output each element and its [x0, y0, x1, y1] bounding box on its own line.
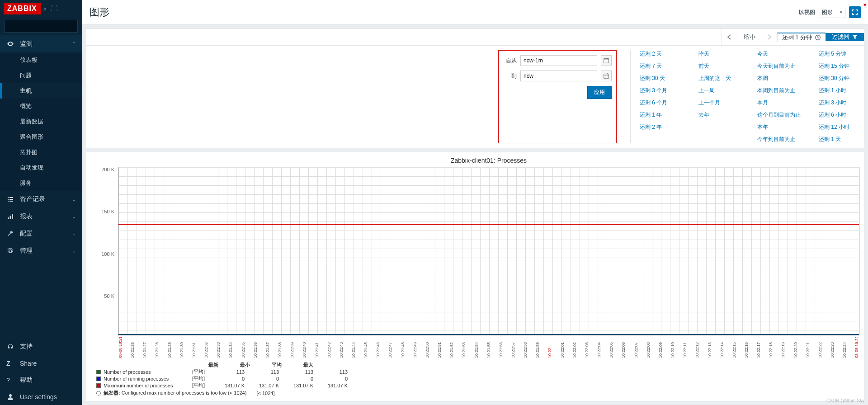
preset-link[interactable]: 还剩 2 天	[640, 50, 680, 58]
bar-chart-icon	[6, 213, 14, 220]
nav-admin[interactable]: 管理 ⌄	[0, 242, 82, 259]
from-input[interactable]	[520, 55, 597, 66]
sidebar-item-screens[interactable]: 聚合图形	[0, 129, 82, 145]
zoom-out-button[interactable]: 缩小	[737, 33, 762, 41]
nav-support[interactable]: 支持	[0, 338, 82, 355]
nav-share[interactable]: Z Share	[0, 355, 82, 372]
chart-legend: 最新最小平均最大 Number of processes[平均]11311311…	[96, 362, 859, 396]
running-line	[118, 334, 859, 335]
to-calendar-button[interactable]	[601, 71, 612, 81]
nav-reports[interactable]: 报表 ⌄	[0, 208, 82, 225]
y-axis: 200 K150 K100 K50 K	[91, 167, 118, 335]
chevron-down-icon: ⌄	[72, 231, 76, 237]
preset-link[interactable]: 今年到目前为止	[757, 136, 801, 143]
search-box	[5, 20, 78, 33]
preset-link[interactable]: 昨天	[698, 50, 739, 58]
preset-link[interactable]: 本周	[757, 75, 801, 82]
to-input[interactable]	[520, 71, 597, 81]
nav-monitoring-subitems: 仪表板 问题 主机 概览 最新数据 聚合图形 拓扑图 自动发现 服务	[0, 52, 82, 191]
chevron-down-icon: ⌄	[72, 248, 76, 254]
time-next-button[interactable]	[762, 29, 777, 45]
help-icon: ?	[6, 377, 14, 384]
apply-button[interactable]: 应用	[587, 86, 612, 99]
calendar-icon	[603, 57, 609, 64]
time-prev-button[interactable]	[722, 29, 737, 45]
sidebar: ZABBIX « ⛶ 监测 ⌃ 仪表板 问题 主机 概览 最新数据 聚合图形 拓…	[0, 0, 82, 405]
headset-icon	[6, 343, 14, 350]
max-processes-line	[118, 224, 859, 225]
view-as-label: 以视图	[799, 9, 815, 16]
sidebar-item-dashboard[interactable]: 仪表板	[0, 52, 82, 68]
preset-link[interactable]: 本周到目前为止	[757, 87, 801, 94]
preset-link[interactable]: 还剩 1 天	[819, 136, 859, 143]
preset-link[interactable]: 还剩 2 年	[640, 123, 680, 131]
sidebar-item-services[interactable]: 服务	[0, 175, 82, 191]
page-title: 图形	[90, 5, 799, 19]
plot-area[interactable]	[118, 167, 859, 335]
watermark: CSDN @Stars.Sky	[826, 398, 864, 403]
trigger-row: 触发器: Configured max number of processes …	[96, 390, 859, 396]
nav-config[interactable]: 配置 ⌄	[0, 225, 82, 242]
trigger-icon	[96, 391, 101, 396]
preset-link[interactable]: 还剩 6 个月	[640, 99, 680, 107]
nav-monitoring[interactable]: 监测 ⌃	[0, 35, 82, 52]
preset-link[interactable]: 还剩 6 小时	[819, 111, 859, 119]
view-select[interactable]: 图形 ▾	[819, 7, 845, 18]
preset-link[interactable]: 还剩 12 小时	[819, 123, 859, 131]
sidebar-item-maps[interactable]: 拓扑图	[0, 145, 82, 160]
wrench-icon	[6, 230, 14, 237]
preset-link[interactable]: 去年	[698, 111, 739, 119]
to-label: 到	[503, 72, 517, 80]
preset-link[interactable]: 这个月到目前为止	[757, 111, 801, 119]
sidebar-item-problems[interactable]: 问题	[0, 68, 82, 83]
search-input[interactable]	[8, 23, 75, 29]
legend-row: Number of running processes[平均]0000	[96, 375, 859, 382]
calendar-icon	[603, 73, 609, 79]
preset-link[interactable]: 上周的这一天	[698, 75, 739, 82]
chevron-up-icon: ⌃	[72, 41, 76, 47]
preset-link[interactable]: 本月	[757, 99, 801, 107]
preset-link[interactable]: 今天到目前为止	[757, 62, 801, 70]
sidebar-item-hosts[interactable]: 主机	[0, 83, 82, 99]
from-calendar-button[interactable]	[601, 55, 612, 66]
preset-link[interactable]: 还剩 1 年	[640, 111, 680, 119]
preset-link[interactable]: 本年	[757, 123, 801, 131]
chevron-down-icon: ⌄	[72, 214, 76, 220]
user-icon	[6, 393, 14, 400]
svg-rect-4	[604, 59, 609, 63]
filter-bar: 缩小 还剩 1 分钟 过滤器	[86, 28, 864, 46]
preset-link[interactable]: 上一个月	[698, 99, 739, 107]
preset-link[interactable]: 上一周	[698, 87, 739, 94]
preset-link[interactable]: 今天	[757, 50, 801, 58]
eye-icon	[6, 40, 14, 47]
collapse-sidebar-icon[interactable]: «	[43, 5, 47, 12]
warning-icon: ▾	[863, 1, 867, 8]
preset-link[interactable]: 还剩 3 小时	[819, 99, 859, 107]
nav-user[interactable]: User settings	[0, 389, 82, 405]
sidebar-item-overview[interactable]: 概览	[0, 99, 82, 114]
kiosk-icon[interactable]: ⛶	[51, 5, 57, 12]
fullscreen-button[interactable]	[849, 6, 861, 18]
svg-point-2	[9, 394, 12, 397]
preset-link[interactable]: 还剩 3 个月	[640, 87, 680, 94]
preset-link[interactable]: 前天	[698, 62, 739, 70]
legend-row: Maximum number of processes[平均]131.07 K1…	[96, 382, 859, 389]
filter-button[interactable]: 过滤器	[826, 33, 864, 41]
preset-link[interactable]: 还剩 7 天	[640, 62, 680, 70]
preset-link[interactable]: 还剩 5 分钟	[819, 50, 859, 58]
chart-title: Zabbix-client01: Processes	[118, 157, 859, 164]
from-label: 自从	[503, 57, 517, 65]
logo-row: ZABBIX « ⛶	[0, 0, 82, 17]
z-icon: Z	[6, 360, 14, 367]
preset-link[interactable]: 还剩 15 分钟	[819, 62, 859, 70]
gear-icon	[6, 247, 14, 254]
sidebar-item-latest[interactable]: 最新数据	[0, 114, 82, 129]
preset-link[interactable]: 还剩 30 分钟	[819, 75, 859, 82]
time-range-tab[interactable]: 还剩 1 分钟	[777, 33, 826, 42]
preset-link[interactable]: 还剩 1 小时	[819, 87, 859, 94]
sidebar-item-discovery[interactable]: 自动发现	[0, 160, 82, 175]
nav-help[interactable]: ? 帮助	[0, 372, 82, 389]
nav-inventory[interactable]: 资产记录 ⌄	[0, 191, 82, 208]
time-form: 自从 到 应用	[498, 50, 617, 143]
preset-link[interactable]: 还剩 30 天	[640, 75, 680, 82]
